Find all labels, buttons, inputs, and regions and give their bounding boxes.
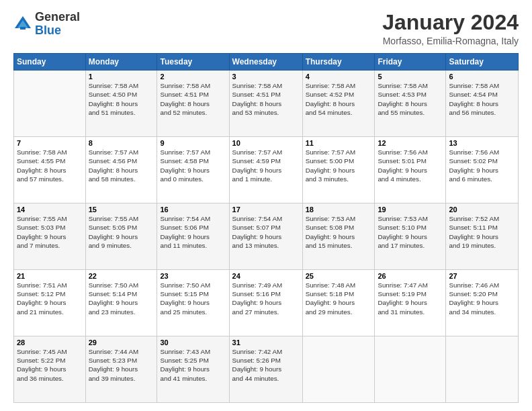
calendar-cell: 8Sunrise: 7:57 AMSunset: 4:56 PMDaylight… — [85, 137, 157, 203]
day-number: 25 — [306, 272, 372, 280]
calendar-cell — [446, 336, 519, 403]
day-number: 6 — [449, 73, 515, 81]
calendar-cell: 4Sunrise: 7:58 AMSunset: 4:52 PMDaylight… — [302, 71, 375, 137]
calendar-cell: 6Sunrise: 7:58 AMSunset: 4:54 PMDaylight… — [446, 71, 519, 137]
day-number: 27 — [449, 272, 515, 280]
calendar-cell: 11Sunrise: 7:57 AMSunset: 5:00 PMDayligh… — [302, 137, 375, 203]
calendar-cell: 18Sunrise: 7:53 AMSunset: 5:08 PMDayligh… — [302, 203, 375, 270]
calendar-cell: 23Sunrise: 7:50 AMSunset: 5:15 PMDayligh… — [157, 270, 229, 336]
week-row-5: 28Sunrise: 7:45 AMSunset: 5:22 PMDayligh… — [14, 336, 519, 403]
day-info: Sunrise: 7:46 AMSunset: 5:20 PMDaylight:… — [449, 281, 515, 316]
calendar-cell: 22Sunrise: 7:50 AMSunset: 5:14 PMDayligh… — [85, 270, 157, 336]
calendar-cell: 20Sunrise: 7:52 AMSunset: 5:11 PMDayligh… — [446, 203, 519, 270]
calendar-cell: 26Sunrise: 7:47 AMSunset: 5:19 PMDayligh… — [375, 270, 446, 336]
day-info: Sunrise: 7:57 AMSunset: 4:58 PMDaylight:… — [160, 148, 226, 183]
svg-rect-2 — [20, 27, 26, 30]
day-number: 4 — [306, 73, 372, 81]
day-number: 20 — [449, 205, 515, 214]
day-info: Sunrise: 7:56 AMSunset: 5:01 PMDaylight:… — [378, 148, 443, 183]
day-number: 21 — [17, 272, 83, 280]
main-title: January 2024 — [382, 11, 519, 34]
day-info: Sunrise: 7:58 AMSunset: 4:50 PMDaylight:… — [89, 81, 154, 117]
day-number: 8 — [89, 139, 154, 147]
day-info: Sunrise: 7:51 AMSunset: 5:12 PMDaylight:… — [17, 281, 83, 316]
calendar-cell: 5Sunrise: 7:58 AMSunset: 4:53 PMDaylight… — [375, 71, 446, 137]
day-info: Sunrise: 7:45 AMSunset: 5:22 PMDaylight:… — [17, 347, 83, 383]
week-row-4: 21Sunrise: 7:51 AMSunset: 5:12 PMDayligh… — [14, 270, 519, 336]
calendar-cell: 31Sunrise: 7:42 AMSunset: 5:26 PMDayligh… — [229, 336, 302, 403]
calendar-cell: 15Sunrise: 7:55 AMSunset: 5:05 PMDayligh… — [85, 203, 157, 270]
day-number: 18 — [306, 205, 372, 214]
logo: General Blue — [13, 11, 80, 38]
day-info: Sunrise: 7:58 AMSunset: 4:54 PMDaylight:… — [449, 81, 515, 117]
day-number: 5 — [378, 73, 443, 81]
calendar-cell: 2Sunrise: 7:58 AMSunset: 4:51 PMDaylight… — [157, 71, 229, 137]
col-header-friday: Friday — [375, 54, 446, 71]
day-info: Sunrise: 7:53 AMSunset: 5:08 PMDaylight:… — [306, 214, 372, 250]
calendar-header-row: SundayMondayTuesdayWednesdayThursdayFrid… — [14, 54, 519, 71]
col-header-tuesday: Tuesday — [157, 54, 229, 71]
calendar-table: SundayMondayTuesdayWednesdayThursdayFrid… — [13, 53, 519, 403]
day-number: 7 — [17, 139, 83, 147]
day-info: Sunrise: 7:57 AMSunset: 5:00 PMDaylight:… — [306, 148, 372, 183]
calendar-cell: 3Sunrise: 7:58 AMSunset: 4:51 PMDaylight… — [229, 71, 302, 137]
logo-text: General Blue — [35, 11, 80, 38]
day-info: Sunrise: 7:44 AMSunset: 5:23 PMDaylight:… — [89, 347, 154, 383]
day-info: Sunrise: 7:57 AMSunset: 4:56 PMDaylight:… — [89, 148, 154, 183]
day-number: 10 — [232, 139, 300, 147]
day-info: Sunrise: 7:58 AMSunset: 4:55 PMDaylight:… — [17, 148, 83, 183]
calendar-cell: 17Sunrise: 7:54 AMSunset: 5:07 PMDayligh… — [229, 203, 302, 270]
week-row-2: 7Sunrise: 7:58 AMSunset: 4:55 PMDaylight… — [14, 137, 519, 203]
day-info: Sunrise: 7:47 AMSunset: 5:19 PMDaylight:… — [378, 281, 443, 316]
col-header-thursday: Thursday — [302, 54, 375, 71]
day-info: Sunrise: 7:53 AMSunset: 5:10 PMDaylight:… — [378, 214, 443, 250]
calendar-cell: 10Sunrise: 7:57 AMSunset: 4:59 PMDayligh… — [229, 137, 302, 203]
day-number: 13 — [449, 139, 515, 147]
day-number: 9 — [160, 139, 226, 147]
week-row-3: 14Sunrise: 7:55 AMSunset: 5:03 PMDayligh… — [14, 203, 519, 270]
col-header-saturday: Saturday — [446, 54, 519, 71]
page: General Blue January 2024 Morfasso, Emil… — [0, 0, 532, 411]
col-header-monday: Monday — [85, 54, 157, 71]
calendar-cell: 9Sunrise: 7:57 AMSunset: 4:58 PMDaylight… — [157, 137, 229, 203]
calendar-cell: 16Sunrise: 7:54 AMSunset: 5:06 PMDayligh… — [157, 203, 229, 270]
day-info: Sunrise: 7:43 AMSunset: 5:25 PMDaylight:… — [160, 347, 226, 383]
day-info: Sunrise: 7:50 AMSunset: 5:14 PMDaylight:… — [89, 281, 154, 316]
day-number: 2 — [160, 73, 226, 81]
calendar-cell: 29Sunrise: 7:44 AMSunset: 5:23 PMDayligh… — [85, 336, 157, 403]
calendar-cell: 24Sunrise: 7:49 AMSunset: 5:16 PMDayligh… — [229, 270, 302, 336]
header: General Blue January 2024 Morfasso, Emil… — [13, 11, 519, 46]
calendar-cell: 12Sunrise: 7:56 AMSunset: 5:01 PMDayligh… — [375, 137, 446, 203]
day-number: 29 — [89, 338, 154, 347]
day-info: Sunrise: 7:58 AMSunset: 4:51 PMDaylight:… — [160, 81, 226, 117]
calendar-cell: 25Sunrise: 7:48 AMSunset: 5:18 PMDayligh… — [302, 270, 375, 336]
day-info: Sunrise: 7:58 AMSunset: 4:51 PMDaylight:… — [232, 81, 300, 117]
day-number: 28 — [17, 338, 83, 347]
day-info: Sunrise: 7:50 AMSunset: 5:15 PMDaylight:… — [160, 281, 226, 316]
calendar-cell: 13Sunrise: 7:56 AMSunset: 5:02 PMDayligh… — [446, 137, 519, 203]
calendar-cell: 14Sunrise: 7:55 AMSunset: 5:03 PMDayligh… — [14, 203, 86, 270]
col-header-wednesday: Wednesday — [229, 54, 302, 71]
day-number: 22 — [89, 272, 154, 280]
calendar-cell — [375, 336, 446, 403]
calendar-cell: 28Sunrise: 7:45 AMSunset: 5:22 PMDayligh… — [14, 336, 86, 403]
day-info: Sunrise: 7:55 AMSunset: 5:03 PMDaylight:… — [17, 214, 83, 250]
day-info: Sunrise: 7:49 AMSunset: 5:16 PMDaylight:… — [232, 281, 300, 316]
day-info: Sunrise: 7:42 AMSunset: 5:26 PMDaylight:… — [232, 347, 300, 383]
day-number: 12 — [378, 139, 443, 147]
day-info: Sunrise: 7:57 AMSunset: 4:59 PMDaylight:… — [232, 148, 300, 183]
day-number: 14 — [17, 205, 83, 214]
day-info: Sunrise: 7:56 AMSunset: 5:02 PMDaylight:… — [449, 148, 515, 183]
day-number: 11 — [306, 139, 372, 147]
day-number: 31 — [232, 338, 300, 347]
day-number: 3 — [232, 73, 300, 81]
day-number: 15 — [89, 205, 154, 214]
day-info: Sunrise: 7:52 AMSunset: 5:11 PMDaylight:… — [449, 214, 515, 250]
day-number: 30 — [160, 338, 226, 347]
day-info: Sunrise: 7:48 AMSunset: 5:18 PMDaylight:… — [306, 281, 372, 316]
day-info: Sunrise: 7:55 AMSunset: 5:05 PMDaylight:… — [89, 214, 154, 250]
calendar-cell: 19Sunrise: 7:53 AMSunset: 5:10 PMDayligh… — [375, 203, 446, 270]
calendar-cell — [302, 336, 375, 403]
logo-icon — [13, 15, 32, 34]
day-number: 17 — [232, 205, 300, 214]
